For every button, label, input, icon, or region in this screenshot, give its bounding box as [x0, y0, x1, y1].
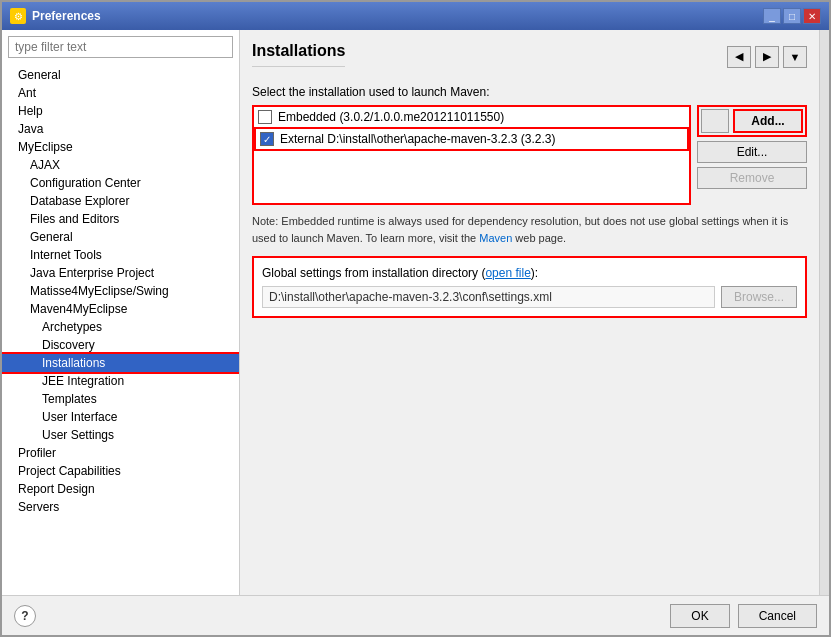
sidebar-item-configuration-center[interactable]: Configuration Center: [2, 174, 239, 192]
title-controls: _ □ ✕: [763, 8, 821, 24]
cancel-button[interactable]: Cancel: [738, 604, 817, 628]
embedded-checkbox[interactable]: [258, 110, 272, 124]
right-scrollbar[interactable]: [819, 30, 829, 595]
sidebar-item-java[interactable]: Java: [2, 120, 239, 138]
ok-button[interactable]: OK: [670, 604, 729, 628]
settings-row: Browse...: [262, 286, 797, 308]
close-button[interactable]: ✕: [803, 8, 821, 24]
maven-link[interactable]: Maven: [479, 232, 512, 244]
sidebar-item-myeclipse[interactable]: MyEclipse: [2, 138, 239, 156]
add-button[interactable]: Add...: [733, 109, 803, 133]
sidebar-item-internet-tools[interactable]: Internet Tools: [2, 246, 239, 264]
sidebar-item-matisse[interactable]: Matisse4MyEclipse/Swing: [2, 282, 239, 300]
title-bar-left: ⚙ Preferences: [10, 8, 101, 24]
sidebar-item-templates[interactable]: Templates: [2, 390, 239, 408]
title-bar: ⚙ Preferences _ □ ✕: [2, 2, 829, 30]
maximize-button[interactable]: □: [783, 8, 801, 24]
sidebar-item-report-design[interactable]: Report Design: [2, 480, 239, 498]
remove-button[interactable]: Remove: [697, 167, 807, 189]
global-settings-header: Global settings from installation direct…: [262, 266, 797, 280]
global-settings-label: Global settings from installation direct…: [262, 266, 485, 280]
browse-button[interactable]: Browse...: [721, 286, 797, 308]
left-panel: General Ant Help Java MyEclipse AJAX Con…: [2, 30, 240, 595]
sidebar-item-ant[interactable]: Ant: [2, 84, 239, 102]
sidebar-item-profiler[interactable]: Profiler: [2, 444, 239, 462]
window-title: Preferences: [32, 9, 101, 23]
sidebar-item-discovery[interactable]: Discovery: [2, 336, 239, 354]
sidebar-item-jee-integration[interactable]: JEE Integration: [2, 372, 239, 390]
embedded-label: Embedded (3.0.2/1.0.0.me201211011550): [278, 110, 504, 124]
sidebar-item-ajax[interactable]: AJAX: [2, 156, 239, 174]
sidebar-item-archetypes[interactable]: Archetypes: [2, 318, 239, 336]
open-file-link[interactable]: open file: [485, 266, 530, 280]
sidebar-item-installations[interactable]: Installations: [2, 354, 239, 372]
nav-forward-button[interactable]: ▶: [755, 46, 779, 68]
sidebar-item-database-explorer[interactable]: Database Explorer: [2, 192, 239, 210]
note-suffix: web page.: [515, 232, 566, 244]
installations-list: Embedded (3.0.2/1.0.0.me201211011550) ✓ …: [252, 105, 691, 205]
note-text: Note: Embedded runtime is always used fo…: [252, 213, 807, 246]
external-checkbox[interactable]: ✓: [260, 132, 274, 146]
edit-button[interactable]: Edit...: [697, 141, 807, 163]
panel-title: Installations: [252, 42, 345, 67]
nav-dropdown-button[interactable]: ▼: [783, 46, 807, 68]
global-settings-box: Global settings from installation direct…: [252, 256, 807, 318]
sidebar-item-files-editors[interactable]: Files and Editors: [2, 210, 239, 228]
sidebar-item-help[interactable]: Help: [2, 102, 239, 120]
right-panel: Installations ◀ ▶ ▼ Select the installat…: [240, 30, 819, 595]
installations-section: Embedded (3.0.2/1.0.0.me201211011550) ✓ …: [252, 105, 807, 205]
installation-row-embedded[interactable]: Embedded (3.0.2/1.0.0.me201211011550): [254, 107, 689, 127]
sidebar-item-project-capabilities[interactable]: Project Capabilities: [2, 462, 239, 480]
external-label: External D:\install\other\apache-maven-3…: [280, 132, 555, 146]
installation-row-external[interactable]: ✓ External D:\install\other\apache-maven…: [254, 127, 689, 151]
blank-button[interactable]: [701, 109, 729, 133]
nav-back-button[interactable]: ◀: [727, 46, 751, 68]
sidebar-item-general2[interactable]: General: [2, 228, 239, 246]
tree-area: General Ant Help Java MyEclipse AJAX Con…: [2, 64, 239, 595]
preferences-icon: ⚙: [10, 8, 26, 24]
preferences-dialog: ⚙ Preferences _ □ ✕ General Ant Help Jav…: [0, 0, 831, 637]
content-area: General Ant Help Java MyEclipse AJAX Con…: [2, 30, 829, 595]
sidebar-item-java-enterprise[interactable]: Java Enterprise Project: [2, 264, 239, 282]
settings-path-input[interactable]: [262, 286, 715, 308]
bottom-right: OK Cancel: [670, 604, 817, 628]
help-button[interactable]: ?: [14, 605, 36, 627]
sidebar-item-maven4myeclipse[interactable]: Maven4MyEclipse: [2, 300, 239, 318]
sidebar-item-general[interactable]: General: [2, 66, 239, 84]
minimize-button[interactable]: _: [763, 8, 781, 24]
filter-input[interactable]: [8, 36, 233, 58]
sidebar-item-user-interface[interactable]: User Interface: [2, 408, 239, 426]
sidebar-item-user-settings[interactable]: User Settings: [2, 426, 239, 444]
bottom-bar: ? OK Cancel: [2, 595, 829, 635]
sidebar-item-servers[interactable]: Servers: [2, 498, 239, 516]
installations-buttons: Add... Edit... Remove: [691, 105, 807, 205]
panel-toolbar: ◀ ▶ ▼: [727, 46, 807, 68]
bottom-left: ?: [14, 605, 36, 627]
installations-label: Select the installation used to launch M…: [252, 85, 807, 99]
